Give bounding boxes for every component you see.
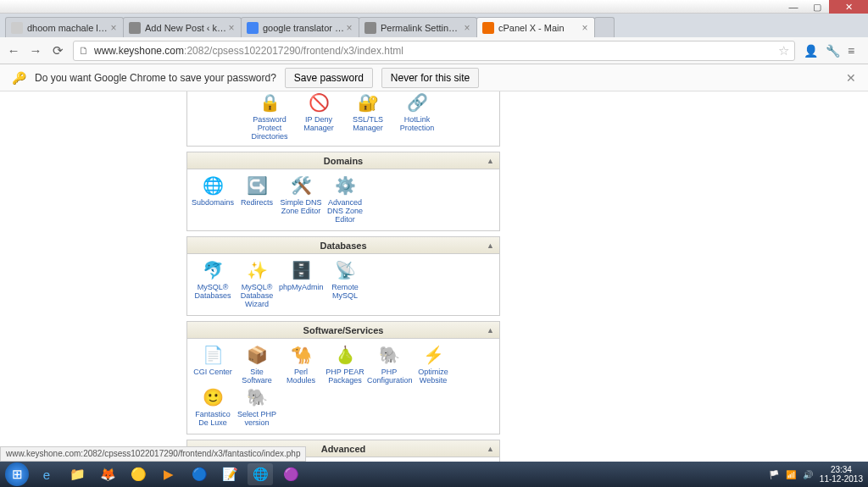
window-close[interactable]: ✕ — [829, 0, 868, 14]
cpanel-item-icon: 📦 — [243, 344, 270, 366]
system-tray: 🏳️ 📶 🔊 23:34 11-12-2013 — [769, 465, 863, 484]
cpanel-item-label: PHP PEAR Packages — [323, 368, 367, 385]
cpanel-item-icon: 🔒 — [256, 91, 283, 113]
cpanel-section-header[interactable]: Software/Services▲ — [187, 322, 499, 339]
tray-clock[interactable]: 23:34 11-12-2013 — [820, 465, 863, 484]
cpanel-item-icon: 🔐 — [354, 91, 381, 113]
url-domain: www.keyshone.com — [94, 45, 184, 57]
cpanel-item[interactable]: 🌐Subdomains — [191, 174, 235, 224]
tab-close-icon[interactable]: × — [109, 22, 118, 34]
browser-tab[interactable]: dhoom machale lyrics,de× — [5, 17, 124, 37]
cpanel-item-icon: 📡 — [331, 259, 359, 281]
cpanel-item[interactable]: 🚫IP Deny Manager — [296, 91, 342, 141]
cpanel-section: Domains▲🌐Subdomains↪️Redirects🛠️Simple D… — [186, 152, 500, 231]
cpanel-item[interactable]: 🔗HotLink Protection — [394, 91, 440, 141]
tab-title: Permalink Settings ‹ keysh — [381, 23, 463, 33]
cpanel-item-icon: 🛠️ — [287, 174, 314, 196]
taskbar-chrome-icon[interactable]: 🌐 — [248, 463, 273, 485]
menu-icon[interactable]: ≡ — [848, 44, 861, 58]
cpanel-item[interactable]: 🛠️Simple DNS Zone Editor — [279, 174, 323, 224]
key-icon: 🔑 — [12, 71, 26, 85]
cpanel-item-label: SSL/TLS Manager — [345, 115, 391, 132]
cpanel-item[interactable]: 🗄️phpMyAdmin — [279, 259, 323, 308]
back-button[interactable]: ← — [7, 44, 20, 58]
browser-tab[interactable]: cPanel X - Main× — [476, 17, 595, 37]
cpanel-item[interactable]: 🐘Select PHP version — [235, 386, 279, 427]
cpanel-item[interactable]: 🐘PHP Configuration — [367, 344, 411, 385]
cpanel-item[interactable]: 🙂Fantastico De Luxe — [191, 386, 235, 427]
forward-button[interactable]: → — [29, 44, 42, 58]
browser-tab[interactable]: google translator - Googl× — [241, 17, 359, 37]
browser-tab[interactable]: Permalink Settings ‹ keysh× — [359, 17, 477, 37]
cpanel-item[interactable]: 🔐SSL/TLS Manager — [345, 91, 391, 141]
cpanel-item-icon: 🔗 — [403, 91, 431, 113]
save-password-button[interactable]: Save password — [285, 68, 373, 88]
cpanel-section-body: 🌐Subdomains↪️Redirects🛠️Simple DNS Zone … — [187, 169, 499, 230]
tab-favicon — [247, 22, 259, 34]
taskbar-explorer-icon[interactable]: 📁 — [64, 463, 90, 485]
cpanel-item-icon: 🚫 — [305, 91, 332, 113]
browser-status-bar: www.keyshone.com:2082/cpsess1022017290/f… — [0, 446, 306, 462]
start-button[interactable]: ⊞ — [5, 462, 29, 486]
cpanel-item[interactable]: 🔒Password Protect Directories — [247, 91, 292, 141]
wrench-icon[interactable]: 🔧 — [826, 44, 839, 58]
reload-button[interactable]: ⟳ — [51, 44, 64, 58]
cpanel-item-icon: 🐘 — [376, 344, 403, 366]
cpanel-item-label: Fantastico De Luxe — [191, 410, 235, 427]
tab-close-icon[interactable]: × — [581, 22, 589, 34]
tab-title: dhoom machale lyrics,de — [27, 23, 109, 33]
tray-network-icon[interactable]: 📶 — [786, 470, 796, 479]
bookmark-star-icon[interactable]: ☆ — [778, 43, 789, 58]
cpanel-item-label: phpMyAdmin — [279, 283, 323, 291]
window-maximize[interactable]: ▢ — [805, 0, 829, 14]
cpanel-item[interactable]: 🐬MySQL® Databases — [191, 259, 235, 308]
taskbar-app4-icon[interactable]: 🟣 — [278, 463, 303, 485]
cpanel-item-icon: 🐪 — [287, 344, 314, 366]
cpanel-item-label: Subdomains — [191, 198, 235, 207]
taskbar-media-icon[interactable]: ▶ — [156, 463, 181, 485]
tab-favicon — [482, 22, 494, 34]
cpanel-main: 🔒Password Protect Directories🚫IP Deny Ma… — [186, 91, 848, 462]
cpanel-item[interactable]: ⚙️Advanced DNS Zone Editor — [323, 174, 367, 224]
taskbar-app3-icon[interactable]: 📝 — [217, 463, 242, 485]
taskbar-firefox-icon[interactable]: 🦊 — [95, 463, 120, 485]
browser-tab[interactable]: Add New Post ‹ keyshone× — [123, 17, 242, 37]
page-content: 🔒Password Protect Directories🚫IP Deny Ma… — [0, 91, 868, 462]
cpanel-item[interactable]: 🍐PHP PEAR Packages — [323, 344, 367, 385]
tab-close-icon[interactable]: × — [463, 22, 471, 34]
tab-favicon — [364, 22, 376, 34]
cpanel-item[interactable]: 📄CGI Center — [191, 344, 235, 385]
tray-flag-icon[interactable]: 🏳️ — [769, 470, 779, 479]
cpanel-item[interactable]: 🐪Perl Modules — [279, 344, 323, 385]
cpanel-item[interactable]: ⚡Optimize Website — [411, 344, 455, 385]
cpanel-section-body: 🐬MySQL® Databases✨MySQL® Database Wizard… — [187, 254, 499, 315]
tab-title: cPanel X - Main — [498, 23, 581, 33]
cpanel-item-label: Perl Modules — [279, 368, 323, 385]
cpanel-item-icon: ⚡ — [420, 344, 447, 366]
profile-icon[interactable]: 👤 — [804, 44, 817, 58]
cpanel-section-header[interactable]: Domains▲ — [187, 152, 499, 169]
section-title: Software/Services — [303, 325, 384, 335]
collapse-icon: ▲ — [487, 326, 494, 335]
collapse-icon: ▲ — [487, 157, 494, 165]
tab-close-icon[interactable]: × — [227, 22, 236, 34]
tab-close-icon[interactable]: × — [345, 22, 353, 34]
tray-date: 11-12-2013 — [820, 474, 863, 484]
cpanel-item[interactable]: 📡Remote MySQL — [323, 259, 367, 308]
cpanel-item[interactable]: ✨MySQL® Database Wizard — [235, 259, 279, 308]
cpanel-item-label: MySQL® Databases — [191, 283, 235, 300]
taskbar-app2-icon[interactable]: 🔵 — [186, 463, 212, 485]
never-for-site-button[interactable]: Never for this site — [381, 68, 479, 88]
taskbar-ie-icon[interactable]: e — [34, 463, 59, 485]
tray-volume-icon[interactable]: 🔊 — [803, 470, 813, 479]
close-bar-icon[interactable]: ✕ — [846, 71, 856, 85]
taskbar-app1-icon[interactable]: 🟡 — [125, 463, 151, 485]
cpanel-item[interactable]: 📦Site Software — [235, 344, 279, 385]
new-tab-button[interactable] — [594, 17, 615, 37]
cpanel-item-label: Simple DNS Zone Editor — [279, 198, 323, 215]
page-icon: 🗋 — [79, 45, 89, 57]
cpanel-item[interactable]: ↪️Redirects — [235, 174, 279, 224]
cpanel-section-header[interactable]: Databases▲ — [187, 237, 499, 254]
address-bar[interactable]: 🗋 www.keyshone.com:2082/cpsess1022017290… — [73, 41, 795, 61]
window-minimize[interactable]: — — [782, 0, 805, 14]
